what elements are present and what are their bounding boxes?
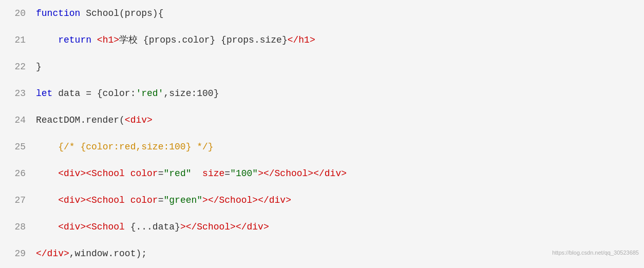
line-content: <div><School color="red" size="100"></Sc… [36,160,347,187]
token-tag: </div> [313,168,347,179]
token-plain [36,222,58,232]
line-number: 25 [5,133,36,160]
line-content: {/* {color:red,size:100} */} [36,133,214,160]
token-tag: <School [86,222,130,232]
token-tag: </h1> [288,35,315,45]
token-chinese: 学校 {props.color} {props.size} [119,35,288,45]
token-kw: function [36,8,80,18]
code-line: 27 <div><School color="green"></School><… [0,187,644,214]
token-plain [36,35,58,45]
code-line: 24ReactDOM.render(<div> [0,107,644,133]
code-line: 29</div>,window.root); [0,240,644,267]
token-plain [192,168,203,179]
line-number: 27 [5,187,36,214]
line-content: <div><School color="green"></School></di… [36,187,291,214]
token-plain: = [158,195,164,205]
token-plain: data = {color: [52,88,136,99]
line-number: 22 [5,53,36,80]
watermark: https://blog.csdn.net/qq_30523685 [552,239,639,266]
token-attr-name: color [130,168,158,179]
token-tag: <School [86,195,130,205]
token-plain: {...data} [130,222,180,232]
code-line: 25 {/* {color:red,size:100} */} [0,133,644,160]
line-content: <div><School {...data}></School></div> [36,214,269,240]
token-tag: ></School> [180,222,236,232]
line-content: let data = {color:'red',size:100} [36,80,219,107]
token-attr-name: color [130,195,158,205]
token-tag: </div> [36,248,69,259]
token-tag: <div> [125,115,153,125]
token-plain: ,size:100} [163,88,219,99]
token-kw: let [36,88,52,99]
token-tag: ></School> [258,168,313,179]
token-plain: = [158,168,164,179]
token-attr-val: "100" [230,168,258,179]
token-kw: return [58,35,91,45]
line-number: 23 [5,80,36,107]
line-number: 26 [5,160,36,187]
token-plain: ReactDOM.render( [36,115,125,125]
code-line: 28 <div><School {...data}></School></div… [0,214,644,240]
token-plain: = [224,168,230,179]
line-content: return <h1>学校 {props.color} {props.size}… [36,27,315,53]
token-plain: School(props){ [80,8,163,18]
line-number: 24 [5,107,36,133]
token-tag: <div> [58,195,86,205]
token-attr-name: size [202,168,224,179]
code-line: 20function School(props){ [0,0,644,27]
token-tag: <School [86,168,130,179]
token-attr-val: "red" [163,168,191,179]
token-tag: </div> [236,222,269,232]
token-attr-val: "green" [163,195,202,205]
token-tag: <div> [58,168,86,179]
token-plain [36,142,58,152]
line-number: 21 [5,27,36,53]
token-tag: <h1> [97,35,119,45]
token-plain: ,window.root); [69,248,147,259]
token-str: 'red' [136,88,163,99]
code-container: 20function School(props){21 return <h1>学… [0,0,644,268]
code-line: 22} [0,53,644,80]
token-plain: } [36,62,42,72]
token-comment: {/* {color:red,size:100} */} [58,142,213,152]
line-content: ReactDOM.render(<div> [36,107,153,133]
line-number: 20 [5,0,36,27]
line-content: } [36,53,42,80]
token-plain [36,195,58,205]
token-tag: </div> [258,195,291,205]
token-tag: <div> [58,222,86,232]
code-line: 21 return <h1>学校 {props.color} {props.si… [0,27,644,53]
token-plain [91,35,97,45]
line-number: 28 [5,214,36,240]
token-plain [36,168,58,179]
code-line: 26 <div><School color="red" size="100"><… [0,160,644,187]
line-content: </div>,window.root); [36,240,147,267]
line-number: 29 [5,240,36,267]
token-tag: ></School> [202,195,258,205]
line-content: function School(props){ [36,0,163,27]
code-line: 23let data = {color:'red',size:100} [0,80,644,107]
